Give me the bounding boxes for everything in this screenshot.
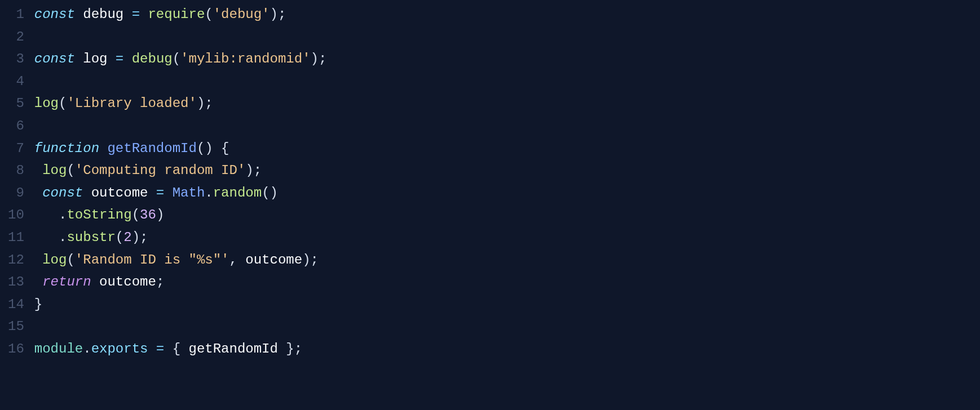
code-token: require bbox=[148, 7, 205, 22]
code-token: ); bbox=[302, 252, 319, 268]
line-number-gutter: 12345678910111213141516 bbox=[0, 3, 34, 360]
code-token: 'Library loaded' bbox=[67, 96, 196, 111]
code-token: () bbox=[197, 141, 213, 156]
code-line[interactable] bbox=[34, 115, 980, 137]
line-number: 4 bbox=[8, 70, 24, 93]
code-token: random bbox=[213, 185, 262, 200]
code-token: const bbox=[34, 51, 83, 66]
code-token: } bbox=[34, 297, 42, 312]
code-token: const bbox=[42, 185, 91, 200]
code-token: debug bbox=[132, 51, 173, 66]
code-token bbox=[34, 185, 42, 200]
line-number: 11 bbox=[8, 226, 24, 249]
code-token: . bbox=[205, 185, 213, 200]
line-number: 3 bbox=[8, 48, 24, 70]
code-line[interactable]: const log = debug('mylib:randomid'); bbox=[34, 48, 980, 70]
code-token: , bbox=[229, 252, 246, 268]
code-token: ; bbox=[156, 274, 164, 289]
line-number: 8 bbox=[8, 159, 24, 182]
code-token bbox=[34, 207, 59, 222]
code-editor[interactable]: 12345678910111213141516 const debug = re… bbox=[0, 3, 980, 360]
code-token: substr bbox=[67, 230, 115, 245]
line-number: 14 bbox=[8, 293, 24, 316]
code-line[interactable]: const debug = require('debug'); bbox=[34, 3, 980, 26]
code-token: 2 bbox=[123, 230, 131, 245]
code-token: module bbox=[34, 341, 83, 356]
line-number: 10 bbox=[8, 204, 24, 226]
code-token: = bbox=[123, 7, 148, 22]
line-number: 16 bbox=[8, 338, 24, 360]
code-token bbox=[34, 252, 42, 268]
code-token: ) bbox=[156, 207, 164, 222]
code-token: log bbox=[34, 96, 59, 111]
code-token: ( bbox=[67, 163, 74, 178]
line-number: 13 bbox=[8, 271, 24, 293]
line-number: 1 bbox=[8, 3, 24, 26]
code-token: log bbox=[42, 163, 67, 178]
line-number: 6 bbox=[8, 115, 24, 137]
code-line[interactable] bbox=[34, 26, 980, 48]
line-number: 2 bbox=[8, 26, 24, 48]
code-token: ); bbox=[245, 163, 262, 178]
code-token: exports bbox=[91, 341, 148, 356]
code-token: 'mylib:randomid' bbox=[180, 51, 310, 66]
code-line[interactable]: log('Library loaded'); bbox=[34, 92, 980, 115]
code-token: ( bbox=[67, 252, 74, 268]
code-token bbox=[34, 274, 42, 289]
line-number: 12 bbox=[8, 249, 24, 271]
code-token: 'Random ID is "%s"' bbox=[75, 252, 229, 268]
code-token: toString bbox=[67, 207, 131, 222]
code-token: ( bbox=[205, 7, 213, 22]
code-token: }; bbox=[278, 341, 302, 356]
code-line[interactable]: log('Random ID is "%s"', outcome); bbox=[34, 249, 980, 271]
code-token: outcome bbox=[245, 252, 302, 268]
code-line[interactable] bbox=[34, 315, 980, 338]
code-token: debug bbox=[83, 7, 123, 22]
code-token: log bbox=[42, 252, 67, 268]
code-token: ); bbox=[132, 230, 148, 245]
code-token: 'Computing random ID' bbox=[75, 163, 245, 178]
code-token: 36 bbox=[140, 207, 156, 222]
line-number: 15 bbox=[8, 315, 24, 338]
code-line[interactable]: log('Computing random ID'); bbox=[34, 159, 980, 182]
code-token: () bbox=[262, 185, 278, 200]
code-token: ); bbox=[311, 51, 327, 66]
code-line[interactable]: .substr(2); bbox=[34, 226, 980, 249]
code-token: . bbox=[83, 341, 91, 356]
line-number: 9 bbox=[8, 182, 24, 204]
code-token bbox=[34, 163, 42, 178]
code-line[interactable]: module.exports = { getRandomId }; bbox=[34, 338, 980, 360]
code-token: = bbox=[148, 185, 172, 200]
line-number: 5 bbox=[8, 92, 24, 115]
code-token: function bbox=[34, 141, 108, 156]
code-area[interactable]: const debug = require('debug'); const lo… bbox=[34, 3, 980, 360]
code-token bbox=[34, 230, 59, 245]
code-token: { bbox=[213, 141, 229, 156]
code-token: . bbox=[59, 230, 67, 245]
code-line[interactable] bbox=[34, 70, 980, 93]
code-token: ( bbox=[173, 51, 180, 66]
code-line[interactable]: function getRandomId() { bbox=[34, 137, 980, 160]
code-token: const bbox=[34, 7, 83, 22]
code-line[interactable]: } bbox=[34, 293, 980, 316]
code-token: { bbox=[173, 341, 189, 356]
code-token: . bbox=[59, 207, 67, 222]
code-line[interactable]: const outcome = Math.random() bbox=[34, 182, 980, 204]
code-token: = bbox=[148, 341, 172, 356]
code-line[interactable]: return outcome; bbox=[34, 271, 980, 293]
code-token: getRandomId bbox=[107, 141, 196, 156]
code-line[interactable]: .toString(36) bbox=[34, 204, 980, 226]
code-token: outcome bbox=[91, 185, 148, 200]
code-token: return bbox=[42, 274, 99, 289]
code-token: ); bbox=[270, 7, 286, 22]
code-token: getRandomId bbox=[189, 341, 278, 356]
code-token: 'debug' bbox=[213, 7, 270, 22]
code-token: log bbox=[83, 51, 107, 66]
code-token: ( bbox=[59, 96, 67, 111]
code-token: = bbox=[107, 51, 131, 66]
code-token: ); bbox=[197, 96, 213, 111]
code-token: ( bbox=[116, 230, 123, 245]
code-token: ( bbox=[132, 207, 140, 222]
code-token: outcome bbox=[99, 274, 156, 289]
line-number: 7 bbox=[8, 137, 24, 160]
